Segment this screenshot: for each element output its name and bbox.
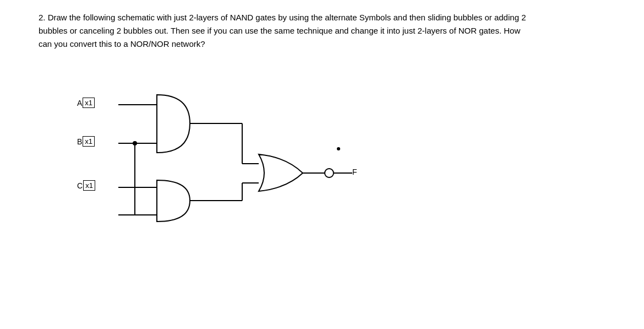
input-c-value: x1 (83, 180, 95, 191)
input-b-letter: B (77, 137, 82, 146)
output-f-letter: F (352, 168, 357, 176)
question-number: 2. (39, 13, 46, 22)
input-b-label: B x1 (77, 136, 95, 147)
question-body: Draw the following schematic with just 2… (39, 13, 526, 48)
input-a-value: x1 (83, 98, 95, 108)
input-c-letter: C (77, 181, 83, 190)
input-c-label: C x1 (77, 180, 95, 191)
svg-point-18 (337, 147, 340, 150)
input-a-letter: A (77, 99, 82, 107)
input-a-label: A x1 (77, 98, 95, 108)
svg-point-16 (325, 169, 334, 177)
schematic-svg (55, 67, 440, 260)
input-b-value: x1 (83, 136, 95, 147)
output-f-label: F (352, 168, 357, 176)
question-text: 2. Draw the following schematic with jus… (39, 11, 534, 51)
diagram-area: A x1 B x1 C x1 F (55, 67, 440, 260)
question-container: 2. Draw the following schematic with jus… (22, 11, 622, 260)
